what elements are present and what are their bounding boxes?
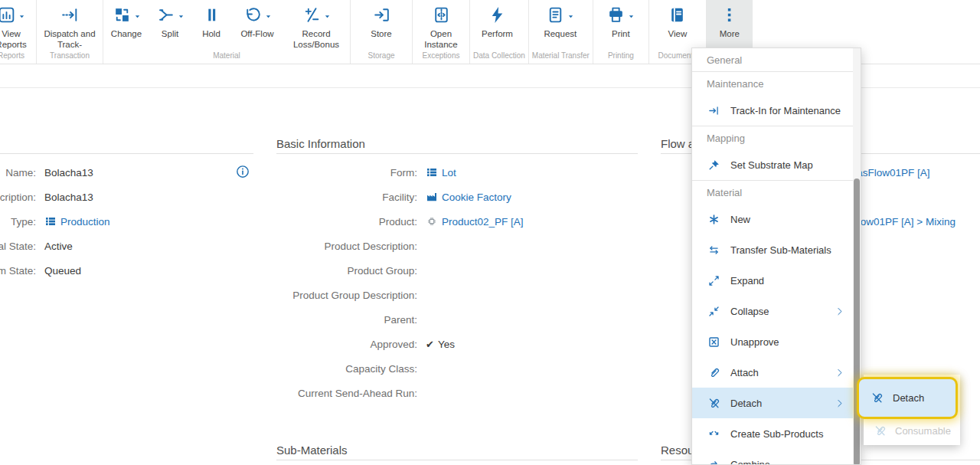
toolbar-button-label: Perform — [482, 29, 513, 40]
value-text: Bolacha13 — [44, 167, 93, 178]
caret-down-icon — [265, 13, 272, 20]
submenu-item-detach[interactable]: Detach — [857, 377, 958, 419]
hold-button[interactable]: Hold — [191, 0, 232, 51]
menu-item-label: Expand — [730, 275, 845, 287]
change-button[interactable]: Change — [103, 0, 149, 51]
toolbar-button-label: Change — [111, 29, 142, 40]
field-label: Product Group Description: — [276, 290, 417, 301]
menu-item-label: Combine — [730, 459, 845, 465]
split-button[interactable]: Split — [149, 0, 191, 51]
check-icon: ✔ — [426, 339, 434, 350]
menu-item-label: Collapse — [730, 306, 829, 317]
basic-information-header: Basic Information — [276, 137, 638, 152]
dropdown-scrollbar-thumb[interactable] — [854, 178, 860, 465]
off-flow-button[interactable]: Off-Flow — [232, 0, 283, 51]
menu-group-header-general: General — [692, 48, 854, 71]
field-row-approved: Approved:✔Yes — [276, 332, 638, 356]
menu-item-collapse[interactable]: Collapse — [692, 296, 854, 326]
info-icon[interactable] — [235, 164, 250, 179]
dispatch-and-track-button[interactable]: Dispatch and Track- — [37, 0, 103, 51]
value-link-production[interactable]: Production — [60, 216, 110, 228]
store-button[interactable]: Store — [351, 0, 412, 51]
menu-item-label: Track-In for Maintenance — [730, 105, 845, 116]
toolbar-group-material-transfer: RequestMaterial Transfer — [529, 0, 593, 64]
book-icon — [668, 5, 687, 28]
off-flow-undo-icon — [243, 5, 263, 28]
field-value: Lot — [426, 166, 456, 178]
dispatch-track-icon — [60, 5, 80, 28]
menu-section-maintenance: MaintenanceTrack-In for Maintenance — [692, 72, 854, 126]
toolbar-group-label: Data Collection — [470, 51, 528, 64]
toolbar-group-reports: View ReportsReports — [0, 0, 37, 64]
open-instance-button[interactable]: Open Instance — [413, 0, 469, 51]
transfer-arrows-icon — [707, 244, 721, 257]
field-row-description: Description:Bolacha13 — [0, 185, 253, 209]
field-label: Name: — [0, 167, 36, 178]
toolbar-button-label: View — [668, 29, 687, 40]
menu-item-label: Attach — [730, 367, 829, 378]
field-label: Product Description: — [276, 241, 417, 252]
toolbar-group-label: Printing — [593, 51, 648, 64]
field-row-capacity-class: Capacity Class: — [276, 356, 638, 381]
value-link-product02-pf-a[interactable]: Product02_PF [A] — [442, 216, 524, 228]
track-in-icon — [707, 104, 721, 117]
field-row-form: Form:Lot — [276, 160, 638, 185]
chevron-right-icon — [834, 398, 845, 409]
change-icon — [113, 5, 132, 28]
menu-item-detach[interactable]: Detach — [692, 388, 854, 418]
record-loss-bonus-button[interactable]: Record Loss/Bonus — [283, 0, 350, 51]
menu-item-label: Transfer Sub-Materials — [730, 244, 845, 256]
field-label: Current Send-Ahead Run: — [276, 388, 417, 399]
value-link-cookie-factory[interactable]: Cookie Factory — [442, 192, 511, 203]
field-row-product: Product:Product02_PF [A] — [276, 209, 638, 234]
general-info-section: Name:Bolacha13Description:Bolacha13Type:… — [0, 137, 253, 283]
field-label: Description: — [0, 192, 36, 203]
toolbar-button-label: Record Loss/Bonus — [283, 29, 349, 50]
loss-bonus-icon — [302, 5, 322, 28]
menu-item-label: Set Substrate Map — [730, 159, 845, 171]
field-label: Approved: — [276, 339, 417, 350]
toolbar-group-label: Material Transfer — [529, 51, 593, 64]
menu-item-transfer-sub-materials[interactable]: Transfer Sub-Materials — [692, 234, 854, 265]
lightning-icon — [488, 5, 507, 28]
print-button[interactable]: Print — [593, 0, 648, 51]
asterisk-icon — [707, 213, 721, 226]
paperclip-slash-icon — [707, 397, 721, 410]
document-icon — [546, 5, 565, 28]
value-link-lot[interactable]: Lot — [442, 167, 456, 178]
paperclip-slash-icon — [870, 391, 884, 404]
menu-item-set-substrate-map[interactable]: Set Substrate Map — [692, 149, 854, 180]
value-text: Bolacha13 — [44, 192, 93, 203]
toolbar-group-exceptions: Open InstanceExceptions — [413, 0, 470, 64]
list-icon — [44, 215, 57, 228]
field-row-facility: Facility:Cookie Factory — [276, 185, 638, 209]
more-dropdown-items: GeneralMaintenanceTrack-In for Maintenan… — [692, 48, 854, 465]
view-reports-button[interactable]: View Reports — [0, 0, 36, 51]
field-row-product-description: Product Description: — [276, 234, 638, 258]
factory-icon — [426, 191, 438, 203]
caret-down-icon — [324, 13, 331, 20]
toolbar-group-transaction: Dispatch and Track-Transaction — [37, 0, 103, 64]
field-row-current-send-ahead-run: Current Send-Ahead Run: — [276, 381, 638, 405]
menu-item-expand[interactable]: Expand — [692, 265, 854, 296]
perform-button[interactable]: Perform — [470, 0, 524, 51]
expand-arrows-icon — [707, 274, 721, 287]
field-row-parent: Parent: — [276, 307, 638, 332]
toolbar-button-label: Store — [371, 29, 392, 40]
menu-item-attach[interactable]: Attach — [692, 357, 854, 388]
menu-item-new[interactable]: New — [692, 204, 854, 234]
view-button[interactable]: View — [649, 0, 706, 51]
caret-down-icon — [134, 13, 141, 20]
sub-materials-section: Sub-Materials — [276, 444, 638, 460]
section-divider — [276, 153, 638, 154]
menu-item-track-in-for-maintenance[interactable]: Track-In for Maintenance — [692, 95, 854, 126]
toolbar-button-label: Hold — [202, 29, 220, 40]
toolbar-button-label: View Reports — [0, 29, 36, 50]
request-button[interactable]: Request — [529, 0, 592, 51]
menu-item-combine[interactable]: Combine — [692, 449, 854, 465]
field-row-logical-state: Logical State:Active — [0, 234, 253, 258]
sub-materials-header: Sub-Materials — [276, 444, 638, 459]
menu-item-unapprove[interactable]: Unapprove — [692, 326, 854, 357]
chevron-right-icon — [834, 306, 845, 317]
menu-item-create-sub-products[interactable]: Create Sub-Products — [692, 418, 854, 449]
